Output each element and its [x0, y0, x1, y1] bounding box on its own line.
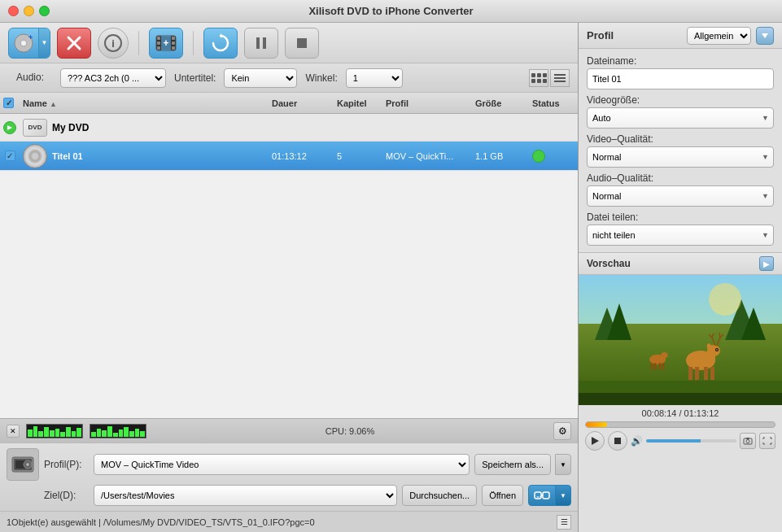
chain-dropdown-button[interactable]: ▼ [555, 485, 571, 506]
profile-select[interactable]: MOV – QuickTime Video [94, 454, 470, 475]
preview-stop-icon [613, 436, 623, 446]
col-name-header[interactable]: Name ▲ [20, 98, 269, 108]
subtitle-select[interactable]: Kein [224, 68, 297, 88]
svg-rect-10 [157, 41, 160, 45]
convert-button[interactable] [203, 28, 238, 59]
svg-rect-64 [579, 393, 782, 405]
media-controls: 🔊 [585, 431, 775, 451]
info-button[interactable]: i [98, 28, 129, 59]
cpu-bar-item [50, 430, 55, 437]
table-row[interactable]: ✓ Titel 01 01:13:12 5 MOV – QuickTi... 1… [0, 142, 578, 171]
col-checkbox: ✓ [0, 98, 20, 108]
save-button[interactable]: Speichern als... [474, 454, 551, 475]
list-icon [554, 74, 566, 82]
svg-rect-42 [707, 351, 715, 362]
vorschau-expand-button[interactable]: ▶ [759, 256, 774, 271]
videoquality-select[interactable]: Normal [587, 146, 774, 168]
cpu-settings-button[interactable]: ⚙ [553, 422, 571, 440]
preview-controls: 00:08:14 / 01:13:12 🔊 [579, 405, 782, 454]
film-convert-button[interactable]: + [149, 28, 183, 59]
audio-select[interactable]: ??? AC3 2ch (0 ... [60, 68, 166, 88]
volume-icon: 🔊 [631, 435, 643, 447]
cpu-bar-item [140, 431, 145, 437]
delete-button[interactable] [57, 28, 91, 59]
target-select[interactable]: /Users/test/Movies [94, 485, 397, 506]
row-status-cell [529, 150, 578, 163]
preview-area [579, 275, 782, 405]
save-dropdown-button[interactable]: ▼ [555, 454, 571, 475]
svg-rect-50 [695, 367, 699, 380]
cpu-bar-item [33, 426, 38, 437]
cpu-bar-item [60, 432, 65, 437]
pause-icon [252, 34, 270, 52]
vorschau-header: Vorschau ▶ [579, 252, 782, 275]
col-duration-header[interactable]: Dauer [269, 98, 334, 108]
svg-rect-59 [651, 363, 653, 369]
grid-view-button[interactable] [529, 69, 548, 87]
minimize-button[interactable] [24, 6, 34, 16]
row-name-cell: DVD My DVD [20, 119, 269, 137]
chain-button[interactable]: >> [528, 485, 556, 506]
status-settings-button[interactable]: ☰ [557, 515, 571, 530]
audioquality-select[interactable]: Normal [587, 185, 774, 207]
svg-rect-12 [172, 37, 175, 40]
row-profile-cell: MOV – QuickTi... [382, 151, 472, 161]
target-label: Ziel(D): [44, 490, 89, 501]
angle-select[interactable]: 1 [346, 68, 403, 88]
svg-marker-32 [762, 33, 768, 38]
time-display: 00:08:14 / 01:13:12 [585, 408, 775, 418]
stop-button[interactable] [285, 28, 319, 59]
videosize-select[interactable]: Auto [587, 107, 774, 129]
open-button[interactable]: Öffnen [482, 485, 523, 506]
right-panel: Profil Allgemein Dateiname: Videogröße: [579, 23, 782, 532]
snapshot-button[interactable] [740, 433, 756, 449]
preview-stop-button[interactable] [608, 431, 627, 451]
svg-point-54 [716, 349, 718, 351]
main-container: + ▼ i [0, 23, 782, 532]
controls-bar: Audio: ??? AC3 2ch (0 ... Untertitel: Ke… [0, 63, 578, 93]
fullscreen-button[interactable] [759, 433, 775, 449]
close-button[interactable] [8, 6, 19, 16]
col-chapters-header[interactable]: Kapitel [334, 98, 382, 108]
add-button-main[interactable]: + [9, 33, 38, 54]
filename-input[interactable] [587, 68, 774, 89]
pause-button[interactable] [244, 28, 278, 59]
col-status-header[interactable]: Status [529, 98, 578, 108]
profile-expand-button[interactable] [756, 27, 774, 45]
profile-category-select[interactable]: Allgemein [687, 27, 751, 45]
col-profile-header[interactable]: Profil [382, 98, 472, 108]
right-form: Dateiname: Videogröße: Auto Video–Qualit… [579, 49, 782, 252]
select-all-checkbox[interactable]: ✓ [3, 98, 14, 108]
info-icon: i [103, 33, 123, 53]
split-label: Datei teilen: [587, 211, 774, 223]
svg-text:i: i [111, 37, 115, 50]
row-chapters-cell: 5 [334, 151, 382, 161]
row-checkbox[interactable]: ✓ [0, 150, 20, 161]
preview-image [579, 275, 782, 405]
videosize-field-group: Videogröße: Auto [587, 94, 774, 129]
cpu-close-button[interactable]: ✕ [7, 425, 20, 438]
volume-slider[interactable] [646, 439, 736, 443]
play-button[interactable] [585, 431, 605, 451]
videoquality-select-wrapper: Normal [587, 146, 774, 168]
filename-label: Dateiname: [587, 55, 774, 67]
view-toggle [529, 69, 570, 87]
svg-rect-9 [157, 37, 160, 40]
browse-button[interactable]: Durchsuchen... [402, 485, 477, 506]
row-name-cell: Titel 01 [20, 144, 269, 168]
app-title: Xilisoft DVD to iPhone Converter [308, 5, 473, 17]
split-select[interactable]: nicht teilen [587, 225, 774, 246]
cpu-bar-item [76, 428, 81, 437]
col-size-header[interactable]: Größe [472, 98, 529, 108]
add-button[interactable]: + ▼ [8, 28, 50, 59]
angle-label: Winkel: [305, 72, 337, 84]
svg-rect-60 [654, 363, 657, 369]
row-size-cell: 1.1 GB [472, 151, 529, 161]
cpu-bar-item [102, 430, 107, 437]
list-view-button[interactable] [550, 69, 570, 87]
add-button-dropdown[interactable]: ▼ [38, 28, 50, 58]
videoquality-field-group: Video–Qualität: Normal [587, 133, 774, 168]
maximize-button[interactable] [39, 6, 50, 16]
table-row[interactable]: DVD My DVD [0, 114, 578, 142]
progress-bar[interactable] [585, 421, 775, 428]
